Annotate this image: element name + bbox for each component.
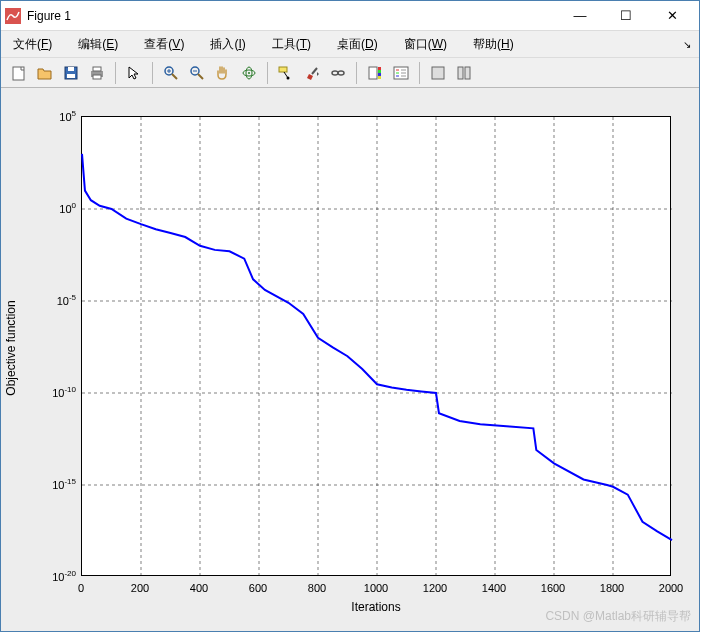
maximize-button[interactable]: ☐ — [603, 2, 649, 30]
zoom-in-icon — [163, 65, 179, 81]
svg-rect-38 — [465, 67, 470, 79]
svg-rect-1 — [13, 67, 24, 80]
hide-tools-button[interactable] — [426, 61, 450, 85]
x-tick-label: 1600 — [541, 582, 565, 594]
link-icon — [330, 65, 346, 81]
svg-point-23 — [338, 71, 344, 75]
y-tick-label: 10-10 — [46, 385, 76, 399]
pan-button[interactable] — [211, 61, 235, 85]
menu-tools[interactable]: 工具(T) — [268, 32, 315, 57]
menu-view[interactable]: 查看(V) — [140, 32, 188, 57]
zoom-out-button[interactable] — [185, 61, 209, 85]
show-tools-button[interactable] — [452, 61, 476, 85]
svg-rect-6 — [93, 67, 101, 71]
pan-icon — [215, 65, 231, 81]
y-tick-label: 10-15 — [46, 477, 76, 491]
print-button[interactable] — [85, 61, 109, 85]
y-tick-label: 100 — [46, 201, 76, 215]
app-icon — [5, 8, 21, 24]
save-button[interactable] — [59, 61, 83, 85]
data-cursor-button[interactable] — [274, 61, 298, 85]
rotate-icon — [241, 65, 257, 81]
menu-insert[interactable]: 插入(I) — [206, 32, 249, 57]
menu-window[interactable]: 窗口(W) — [400, 32, 451, 57]
svg-rect-24 — [369, 67, 377, 79]
new-icon — [11, 65, 27, 81]
open-icon — [37, 65, 53, 81]
window-title: Figure 1 — [27, 9, 557, 23]
menu-help[interactable]: 帮助(H) — [469, 32, 518, 57]
open-button[interactable] — [33, 61, 57, 85]
svg-rect-25 — [378, 67, 381, 70]
data-cursor-icon — [278, 65, 294, 81]
x-tick-label: 2000 — [659, 582, 683, 594]
window-controls: — ☐ ✕ — [557, 2, 695, 30]
svg-line-21 — [312, 68, 317, 74]
print-icon — [89, 65, 105, 81]
colorbar-icon — [367, 65, 383, 81]
svg-rect-27 — [378, 73, 381, 76]
y-axis-label: Objective function — [4, 300, 18, 395]
chart-area: Objective function Iterations 0200400600… — [1, 88, 699, 631]
colorbar-button[interactable] — [363, 61, 387, 85]
save-icon — [63, 65, 79, 81]
menu-file[interactable]: 文件(F) — [9, 32, 56, 57]
pointer-icon — [126, 65, 142, 81]
rotate-button[interactable] — [237, 61, 261, 85]
brush-button[interactable] — [300, 61, 324, 85]
svg-rect-28 — [378, 76, 381, 79]
x-axis-label: Iterations — [351, 600, 400, 614]
y-tick-label: 105 — [46, 109, 76, 123]
brush-icon — [304, 65, 320, 81]
menu-bar: 文件(F) 编辑(E) 查看(V) 插入(I) 工具(T) 桌面(D) 窗口(W… — [1, 31, 699, 58]
y-tick-label: 10-20 — [46, 569, 76, 583]
zoom-in-button[interactable] — [159, 61, 183, 85]
minimize-button[interactable]: — — [557, 2, 603, 30]
hide-icon — [430, 65, 446, 81]
svg-rect-4 — [67, 74, 75, 78]
svg-rect-18 — [279, 67, 287, 72]
x-tick-label: 0 — [78, 582, 84, 594]
toolbar-separator — [419, 62, 420, 84]
menu-edit[interactable]: 编辑(E) — [74, 32, 122, 57]
svg-line-9 — [172, 74, 177, 79]
link-button[interactable] — [326, 61, 350, 85]
svg-rect-37 — [458, 67, 463, 79]
plot-canvas — [82, 117, 670, 575]
toolbar-separator — [152, 62, 153, 84]
show-icon — [456, 65, 472, 81]
x-tick-label: 200 — [131, 582, 149, 594]
axes[interactable] — [81, 116, 671, 576]
x-tick-label: 1800 — [600, 582, 624, 594]
svg-line-13 — [198, 74, 203, 79]
x-tick-label: 1200 — [423, 582, 447, 594]
svg-point-20 — [287, 76, 290, 79]
x-tick-label: 600 — [249, 582, 267, 594]
toolbar-separator — [356, 62, 357, 84]
legend-button[interactable] — [389, 61, 413, 85]
svg-point-17 — [248, 72, 250, 74]
figure-window: Figure 1 — ☐ ✕ 文件(F) 编辑(E) 查看(V) 插入(I) 工… — [0, 0, 700, 632]
toolbar-separator — [267, 62, 268, 84]
x-tick-label: 400 — [190, 582, 208, 594]
title-bar[interactable]: Figure 1 — ☐ ✕ — [1, 1, 699, 31]
menu-desktop[interactable]: 桌面(D) — [333, 32, 382, 57]
x-tick-label: 1000 — [364, 582, 388, 594]
watermark-text: CSDN @Matlab科研辅导帮 — [545, 608, 691, 625]
new-figure-button[interactable] — [7, 61, 31, 85]
svg-rect-36 — [432, 67, 444, 79]
close-button[interactable]: ✕ — [649, 2, 695, 30]
dock-arrow-icon[interactable]: ↘ — [683, 39, 691, 50]
toolbar-separator — [115, 62, 116, 84]
toolbar — [1, 58, 699, 88]
zoom-out-icon — [189, 65, 205, 81]
legend-icon — [393, 65, 409, 81]
svg-rect-26 — [378, 70, 381, 73]
x-tick-label: 1400 — [482, 582, 506, 594]
svg-point-22 — [332, 71, 338, 75]
svg-rect-3 — [68, 67, 74, 71]
svg-rect-7 — [93, 75, 101, 79]
y-tick-label: 10-5 — [46, 293, 76, 307]
x-tick-label: 800 — [308, 582, 326, 594]
pointer-button[interactable] — [122, 61, 146, 85]
